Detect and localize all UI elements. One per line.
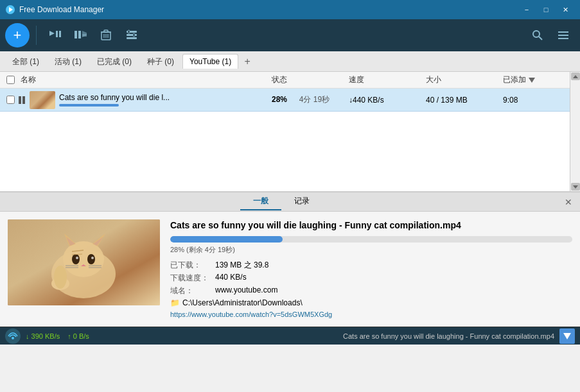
scroll-down-button[interactable]	[571, 183, 580, 191]
download-thumbnail	[30, 91, 55, 109]
tab-all[interactable]: 全部 (1)	[5, 53, 46, 70]
add-download-button[interactable]: +	[5, 23, 30, 47]
menu-button[interactable]	[552, 24, 575, 47]
svg-rect-5	[75, 31, 77, 38]
thumbnail-svg	[8, 219, 160, 305]
download-speed: ↓440 KB/s	[349, 96, 426, 105]
add-tab-button[interactable]: +	[240, 54, 255, 69]
svg-point-32	[63, 241, 104, 277]
svg-marker-2	[49, 31, 55, 36]
download-status: 28% 4分 19秒	[272, 94, 349, 105]
domain-row: 域名： www.youtube.com	[170, 285, 572, 296]
downloaded-label: 已下载：	[170, 260, 215, 271]
svg-rect-17	[127, 37, 137, 39]
empty-list-area	[0, 112, 570, 191]
table-row[interactable]: Cats are so funny you will die l... 28% …	[0, 89, 570, 112]
category-tabs: 全部 (1) 活动 (1) 已完成 (0) 种子 (0) YouTube (1)…	[0, 51, 580, 72]
download-filename: Cats are so funny you will die l...	[59, 93, 272, 102]
scroll-up-button[interactable]	[571, 72, 580, 80]
folder-icon: 📁	[170, 298, 180, 307]
detail-panel: 一般 记录 ✕	[0, 191, 580, 327]
app-title: Free Download Manager	[19, 5, 517, 14]
play-resume-button[interactable]	[43, 24, 66, 47]
detail-content: Cats are so funny you will die laughing …	[0, 212, 580, 327]
row-select-checkbox[interactable]	[6, 96, 15, 104]
download-size: 40 / 139 MB	[426, 96, 503, 105]
svg-rect-26	[19, 96, 21, 104]
download-speed-status: ↓ 390 KB/s	[26, 332, 60, 340]
download-list-main: 名称 状态 速度 大小 已添加 Cats are so funny you wi…	[0, 72, 570, 191]
list-scrollbar[interactable]	[570, 72, 580, 191]
expand-status-button[interactable]	[559, 328, 575, 344]
pause-all-button[interactable]	[69, 24, 92, 47]
svg-point-50	[12, 337, 14, 339]
svg-point-37	[72, 254, 80, 264]
downloaded-row: 已下载： 139 MB 之 39.8	[170, 260, 572, 271]
detail-thumbnail	[8, 219, 160, 305]
detail-close-button[interactable]: ✕	[562, 196, 575, 209]
app-icon	[5, 4, 15, 15]
maximize-button[interactable]: □	[536, 0, 556, 19]
progress-bar-small	[59, 104, 119, 107]
header-status: 状态	[272, 74, 349, 85]
svg-marker-29	[573, 185, 578, 189]
tab-log[interactable]: 记录	[281, 193, 322, 210]
folder-path: C:\Users\Administrator\Downloads\	[182, 298, 303, 307]
speed-row: 下载速度： 440 KB/s	[170, 273, 572, 284]
statusbar: ↓ 390 KB/s ↑ 0 B/s Cats are so funny you…	[0, 327, 580, 345]
svg-rect-11	[104, 30, 108, 32]
list-header: 名称 状态 速度 大小 已添加	[0, 72, 570, 89]
download-list-area: 名称 状态 速度 大小 已添加 Cats are so funny you wi…	[0, 72, 580, 191]
minimize-button[interactable]: −	[517, 0, 536, 19]
svg-point-47	[54, 266, 67, 289]
thumbnail-image	[30, 91, 55, 109]
header-name: 名称	[18, 74, 272, 85]
header-size: 大小	[426, 74, 503, 85]
settings-button[interactable]	[120, 24, 143, 47]
svg-rect-6	[78, 31, 81, 38]
detail-info: Cats are so funny you will die laughing …	[160, 219, 572, 319]
svg-point-40	[91, 257, 94, 259]
toolbar: +	[0, 19, 580, 51]
current-file-status: Cats are so funny you will die laughing …	[89, 332, 554, 340]
tab-active[interactable]: 活动 (1)	[48, 53, 89, 70]
row-checkbox[interactable]	[3, 96, 18, 104]
detail-progress-bar	[170, 236, 572, 243]
downloaded-value: 139 MB 之 39.8	[215, 260, 268, 271]
svg-point-20	[533, 31, 540, 37]
titlebar: Free Download Manager − □ ✕	[0, 0, 580, 19]
svg-rect-8	[82, 34, 87, 37]
download-added: 9:08	[503, 96, 567, 105]
svg-rect-27	[22, 96, 25, 104]
close-button[interactable]: ✕	[556, 0, 575, 19]
svg-rect-3	[56, 31, 58, 37]
progress-text: 28% (剩余 4分 19秒)	[170, 245, 572, 255]
scroll-track	[570, 81, 580, 182]
svg-rect-18	[128, 30, 130, 33]
tab-seeds[interactable]: 种子 (0)	[140, 53, 181, 70]
svg-line-21	[539, 37, 542, 40]
svg-rect-19	[133, 33, 135, 37]
tab-completed[interactable]: 已完成 (0)	[90, 53, 139, 70]
delete-button[interactable]	[94, 24, 118, 47]
status-icon[interactable]	[5, 328, 21, 344]
toolbar-right	[526, 24, 575, 47]
header-speed: 速度	[349, 74, 426, 85]
speed-label: 下载速度：	[170, 273, 215, 284]
svg-point-39	[76, 257, 78, 259]
window-controls: − □ ✕	[517, 0, 575, 19]
select-all-checkbox[interactable]	[6, 76, 15, 84]
upload-speed-status: ↑ 0 B/s	[67, 332, 89, 340]
svg-marker-25	[529, 78, 535, 83]
domain-value: www.youtube.com	[215, 285, 277, 296]
tab-general[interactable]: 一般	[240, 193, 281, 210]
pause-resume-button[interactable]	[18, 96, 27, 105]
tab-youtube[interactable]: YouTube (1)	[182, 54, 238, 69]
svg-marker-28	[573, 75, 578, 78]
folder-path-row: 📁 C:\Users\Administrator\Downloads\	[170, 298, 572, 307]
download-url[interactable]: https://www.youtube.com/watch?v=5dsGWM5X…	[170, 311, 332, 318]
search-button[interactable]	[526, 24, 549, 47]
svg-marker-51	[563, 333, 571, 339]
svg-rect-16	[127, 34, 137, 36]
header-checkbox[interactable]	[3, 76, 18, 84]
